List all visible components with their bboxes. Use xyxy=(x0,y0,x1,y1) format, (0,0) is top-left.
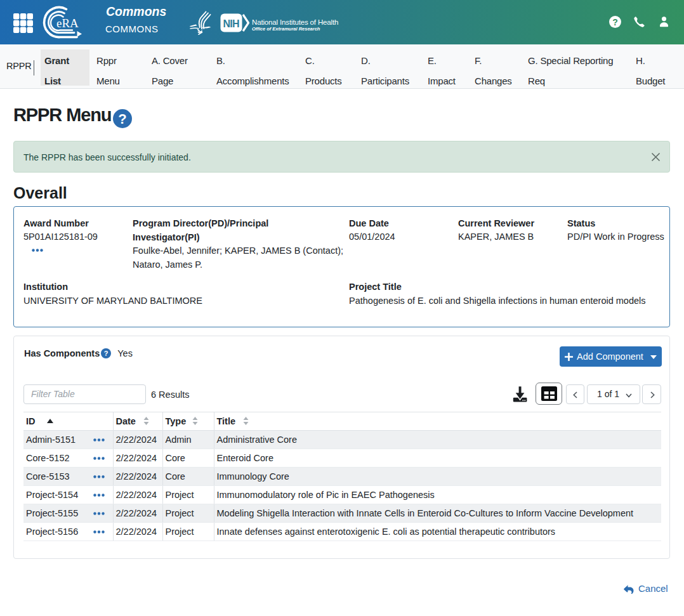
svg-text:eRA: eRA xyxy=(56,16,79,30)
svg-text:NIH: NIH xyxy=(223,18,240,29)
svg-text:?: ? xyxy=(118,111,126,127)
svg-text:?: ? xyxy=(612,17,618,27)
svg-text:?: ? xyxy=(104,350,109,357)
